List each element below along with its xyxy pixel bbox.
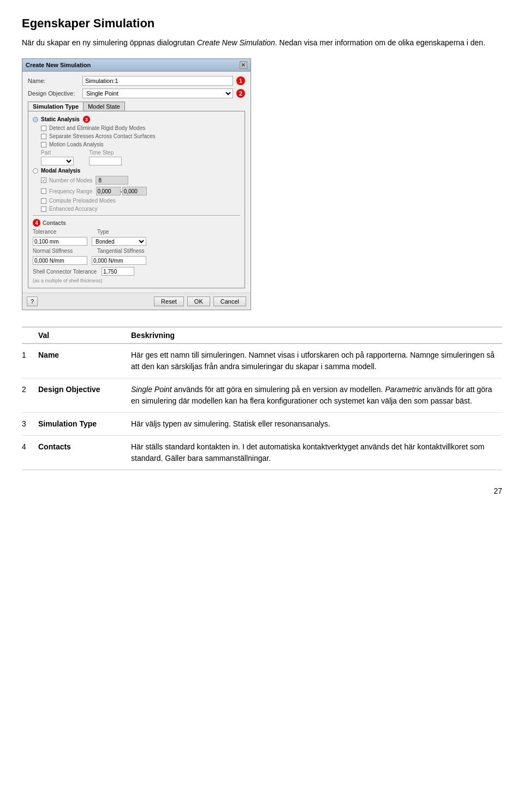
normal-stiffness-input[interactable] xyxy=(33,256,87,265)
row2-desc: Single Point används för att göra en sim… xyxy=(131,384,502,407)
contacts-label: Contacts xyxy=(43,220,66,226)
enhanced-accuracy-label: Enhanced Accuracy xyxy=(49,206,97,212)
name-input[interactable] xyxy=(82,76,233,86)
time-step-label: Time Step xyxy=(89,150,122,156)
intro-paragraph: När du skapar en ny simulering öppnas di… xyxy=(22,37,502,49)
time-step-input[interactable] xyxy=(89,157,122,165)
freq-min-input[interactable] xyxy=(96,187,121,195)
design-objective-select[interactable]: Single Point Parametric xyxy=(82,88,233,98)
freq-max-input[interactable] xyxy=(122,187,147,195)
number-of-modes-row: ✓ Number of Modes xyxy=(41,176,240,185)
shell-connector-label: Shell Connector Tolerance xyxy=(33,269,97,275)
checkboxes-group: Detect and Eliminate Rigid Body Modes Se… xyxy=(41,125,240,147)
row3-key: Simulation Type xyxy=(38,418,131,430)
shell-connector-note: (as a multiple of shell thickness) xyxy=(33,278,103,283)
check1-label: Detect and Eliminate Rigid Body Modes xyxy=(49,125,145,131)
tangential-stiffness-label: Tangential Stiffness xyxy=(97,248,240,254)
shell-connector-input[interactable] xyxy=(102,267,134,276)
help-button[interactable]: ? xyxy=(27,297,38,306)
compute-preloaded-row: Compute Preloaded Modes xyxy=(41,198,240,204)
table-row: 2 Design Objective Single Point används … xyxy=(22,378,502,413)
intro-text-after: . Nedan visa mer information om de olika… xyxy=(275,38,485,47)
row1-key: Name xyxy=(38,349,131,372)
check3-label: Motion Loads Analysis xyxy=(49,141,104,147)
table-row: 3 Simulation Type Här väljs typen av sim… xyxy=(22,413,502,436)
row4-num: 4 xyxy=(22,441,38,464)
check1-checkbox[interactable] xyxy=(41,126,46,131)
frequency-range-checkbox[interactable] xyxy=(41,188,46,194)
static-analysis-radio-row: Static Analysis 3 xyxy=(33,116,240,123)
tolerance-input[interactable] xyxy=(33,237,87,246)
number-of-modes-checkbox[interactable]: ✓ xyxy=(41,177,46,183)
static-analysis-badge: 3 xyxy=(83,116,90,123)
reset-button[interactable]: Reset xyxy=(154,297,184,306)
dialog-box: Create New Simulation ✕ Name: 1 Design O… xyxy=(22,58,251,310)
parametric-italic: Parametric xyxy=(385,385,422,394)
contacts-input-row: Bonded xyxy=(33,237,240,246)
frequency-range-label: Frequency Range xyxy=(49,188,93,194)
check2-checkbox[interactable] xyxy=(41,134,46,139)
modal-analysis-radio[interactable] xyxy=(33,168,38,174)
contacts-badge: 4 xyxy=(33,219,40,227)
stiffness-input-row xyxy=(33,256,240,265)
number-of-modes-label: Number of Modes xyxy=(49,177,92,183)
static-analysis-label: Static Analysis xyxy=(41,116,80,122)
part-select[interactable] xyxy=(41,157,74,165)
compute-preloaded-label: Compute Preloaded Modes xyxy=(49,198,116,204)
normal-stiffness-label: Normal Stiffness xyxy=(33,248,93,254)
dialog-close-button[interactable]: ✕ xyxy=(240,61,247,69)
tab-model-state[interactable]: Model State xyxy=(84,102,125,111)
row4-desc: Här ställs standard kontakten in. I det … xyxy=(131,441,502,464)
th-desc: Beskrivning xyxy=(131,331,502,340)
enhanced-accuracy-row: Enhanced Accuracy xyxy=(41,206,240,212)
compute-preloaded-checkbox[interactable] xyxy=(41,198,46,204)
intro-text-before: När du skapar en ny simulering öppnas di… xyxy=(22,38,197,47)
stiffness-labels-row: Normal Stiffness Tangential Stiffness xyxy=(33,248,240,254)
dialog-name-row: Name: 1 xyxy=(28,76,245,86)
page-title: Egenskaper Simulation xyxy=(22,16,502,31)
frequency-range-row: Frequency Range - xyxy=(41,187,240,195)
row4-key: Contacts xyxy=(38,441,131,464)
row1-num: 1 xyxy=(22,349,38,372)
cancel-button[interactable]: Cancel xyxy=(213,297,246,306)
properties-table: Val Beskrivning 1 Name Här ges ett namn … xyxy=(22,327,502,470)
row1-desc: Här ges ett namn till simuleringen. Namn… xyxy=(131,349,502,372)
dialog-design-objective-row: Design Objective: Single Point Parametri… xyxy=(28,88,245,98)
dialog-buttons: ? Reset OK Cancel xyxy=(22,293,251,310)
design-objective-badge: 2 xyxy=(236,89,245,98)
design-objective-label: Design Objective: xyxy=(28,90,82,97)
dialog-titlebar: Create New Simulation ✕ xyxy=(22,59,251,72)
static-analysis-radio[interactable] xyxy=(33,117,38,122)
tab-bar: Simulation Type Model State xyxy=(28,102,245,111)
ok-button[interactable]: OK xyxy=(187,297,210,306)
row2-key: Design Objective xyxy=(38,384,131,407)
dialog-wrapper: Create New Simulation ✕ Name: 1 Design O… xyxy=(22,58,502,310)
table-row: 4 Contacts Här ställs standard kontakten… xyxy=(22,436,502,470)
th-num xyxy=(22,331,38,340)
page-number: 27 xyxy=(22,487,502,495)
check3-row: Motion Loads Analysis xyxy=(41,141,240,147)
check2-label: Separate Stresses Across Contact Surface… xyxy=(49,133,156,139)
single-point-italic: Single Point xyxy=(131,385,172,394)
th-val: Val xyxy=(38,331,131,340)
part-label: Part xyxy=(41,150,74,156)
row2-num: 2 xyxy=(22,384,38,407)
table-row: 1 Name Här ges ett namn till simuleringe… xyxy=(22,344,502,378)
shell-connector-row: Shell Connector Tolerance xyxy=(33,267,240,276)
table-header: Val Beskrivning xyxy=(22,328,502,344)
check3-checkbox[interactable] xyxy=(41,142,46,147)
dialog-body: Name: 1 Design Objective: Single Point P… xyxy=(22,72,251,293)
row3-desc: Här väljs typen av simulering. Statisk e… xyxy=(131,418,502,430)
modal-options-group: ✓ Number of Modes Frequency Range - xyxy=(41,176,240,212)
tolerance-col-label: Tolerance xyxy=(33,229,93,235)
tangential-stiffness-input[interactable] xyxy=(92,256,146,265)
modal-analysis-label: Modal Analysis xyxy=(41,168,80,174)
enhanced-accuracy-checkbox[interactable] xyxy=(41,206,46,212)
contacts-section: 4 Contacts Tolerance Type Bonded xyxy=(33,215,240,283)
name-badge: 1 xyxy=(236,76,245,85)
number-of-modes-input[interactable] xyxy=(96,176,128,185)
tab-content: Static Analysis 3 Detect and Eliminate R… xyxy=(28,111,245,288)
tab-simulation-type[interactable]: Simulation Type xyxy=(28,102,84,111)
type-select[interactable]: Bonded xyxy=(92,237,146,246)
contacts-header: Tolerance Type xyxy=(33,229,240,235)
